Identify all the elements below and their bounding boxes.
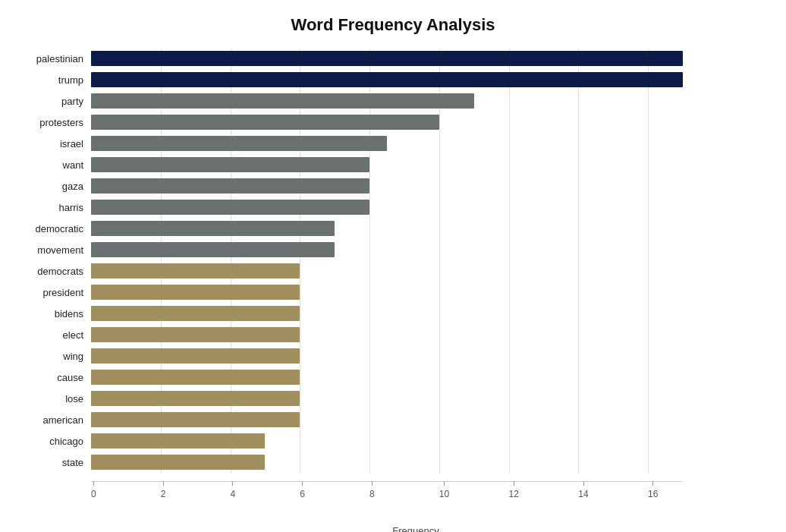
x-tick-label: 14 <box>578 489 588 499</box>
bar-row: democrats <box>91 261 740 281</box>
bar-label: want <box>8 159 91 171</box>
x-tick: 4 <box>231 481 236 499</box>
bar-label: american <box>8 414 91 426</box>
bar-row: israel <box>91 134 740 153</box>
bar-row: movement <box>91 240 740 260</box>
x-tick-label: 16 <box>648 489 658 499</box>
bar <box>91 391 300 406</box>
bar-row: harris <box>91 197 740 217</box>
bar-label: israel <box>8 138 91 150</box>
x-tick: 2 <box>161 481 166 499</box>
bar-label: harris <box>8 202 91 213</box>
bar-row: president <box>91 282 740 302</box>
bar-row: trump <box>91 70 740 90</box>
bar <box>91 285 300 300</box>
x-tick-label: 8 <box>369 489 375 499</box>
bar-label: trump <box>8 74 91 86</box>
bar <box>91 242 335 257</box>
bar-label: democrats <box>8 266 91 277</box>
x-tick-label: 12 <box>509 489 519 499</box>
bars-section: palestiniantrumppartyprotestersisraelwan… <box>91 49 740 474</box>
bar-row: elect <box>91 325 740 345</box>
bar-row: democratic <box>91 219 740 238</box>
bar <box>91 136 387 151</box>
x-tick: 8 <box>369 481 375 499</box>
bar-label: wing <box>8 351 91 362</box>
x-axis-line <box>91 481 683 482</box>
x-tick: 10 <box>439 481 449 499</box>
bar <box>91 200 369 215</box>
x-tick: 14 <box>578 481 588 499</box>
x-tick-label: 10 <box>439 489 449 499</box>
bar-row: party <box>91 91 740 111</box>
bar-label: lose <box>8 393 91 405</box>
x-tick: 0 <box>91 481 96 499</box>
bar-label: state <box>8 457 91 468</box>
bar-label: movement <box>8 244 91 256</box>
bar-row: protesters <box>91 112 740 132</box>
bar <box>91 455 265 470</box>
bar <box>91 263 300 279</box>
bar <box>91 93 474 109</box>
bar <box>91 157 369 172</box>
bar <box>91 327 300 342</box>
bar-label: democratic <box>8 223 91 235</box>
bar-label: party <box>8 96 91 107</box>
bar <box>91 51 683 66</box>
bar-row: bidens <box>91 304 740 323</box>
x-tick-line <box>652 481 653 486</box>
bar <box>91 115 439 130</box>
chart-title: Word Frequency Analysis <box>46 15 740 35</box>
bar-label: president <box>8 287 91 298</box>
bar-label: gaza <box>8 181 91 192</box>
x-tick: 6 <box>300 481 305 499</box>
bar-label: protesters <box>8 117 91 128</box>
bar-row: cause <box>91 367 740 387</box>
x-tick-line <box>514 481 514 486</box>
bar-row: gaza <box>91 176 740 196</box>
bar <box>91 72 683 87</box>
bar-row: palestinian <box>91 49 740 68</box>
x-axis-label: Frequency <box>91 525 740 532</box>
bar-row: american <box>91 410 740 430</box>
chart-area: palestiniantrumppartyprotestersisraelwan… <box>91 49 740 504</box>
bar <box>91 433 265 449</box>
chart-container: Word Frequency Analysis palestiniantrump… <box>0 0 786 532</box>
x-tick-label: 0 <box>91 489 96 499</box>
x-axis: 0246810121416 <box>91 481 683 504</box>
bar <box>91 348 300 364</box>
x-tick-line <box>444 481 445 486</box>
bar-row: wing <box>91 346 740 366</box>
x-tick: 12 <box>509 481 519 499</box>
x-tick-line <box>93 481 94 486</box>
bar-label: cause <box>8 372 91 383</box>
bar-label: palestinian <box>8 53 91 65</box>
x-tick-label: 4 <box>231 489 236 499</box>
bar-label: elect <box>8 329 91 341</box>
x-tick-line <box>232 481 233 486</box>
x-tick-label: 2 <box>161 489 166 499</box>
x-tick: 16 <box>648 481 658 499</box>
x-tick-line <box>302 481 303 486</box>
bar <box>91 370 300 385</box>
x-tick-line <box>372 481 373 486</box>
bar <box>91 412 300 427</box>
bar-row: lose <box>91 389 740 408</box>
x-tick-line <box>163 481 164 486</box>
bar-row: chicago <box>91 431 740 451</box>
x-tick-label: 6 <box>300 489 305 499</box>
bar-label: bidens <box>8 308 91 320</box>
bar-row: state <box>91 452 740 472</box>
bar <box>91 178 369 194</box>
x-tick-line <box>583 481 584 486</box>
bar <box>91 221 335 236</box>
bar-label: chicago <box>8 436 91 447</box>
bar <box>91 306 300 321</box>
bar-row: want <box>91 155 740 175</box>
